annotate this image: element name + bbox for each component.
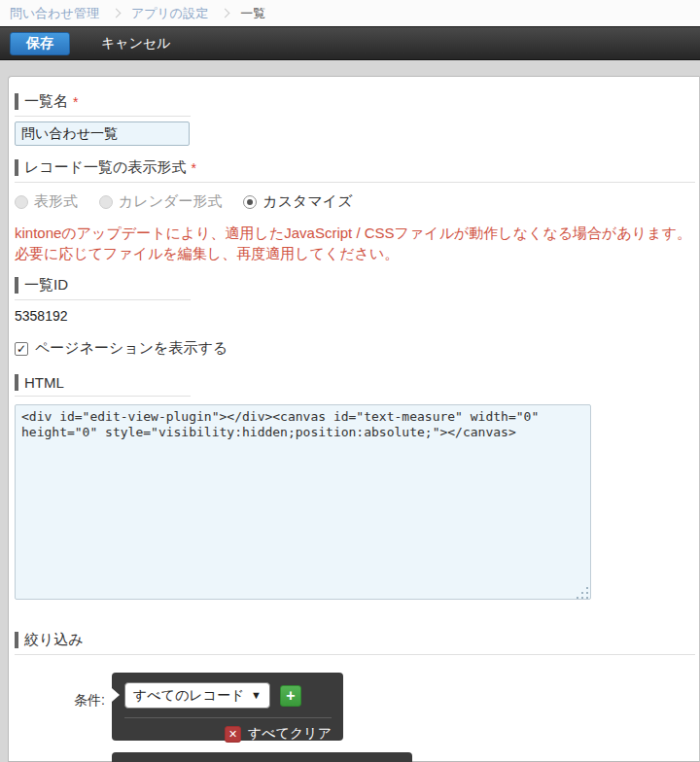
resize-grip-icon[interactable]	[587, 598, 588, 599]
required-asterisk: *	[191, 160, 195, 176]
radio-icon	[99, 195, 113, 209]
label-bar	[15, 374, 18, 391]
label-bar	[15, 159, 18, 176]
cancel-button[interactable]: キャンセル	[93, 31, 179, 56]
radio-selected-icon[interactable]	[243, 195, 257, 209]
chevron-right-icon	[221, 9, 230, 18]
radio-icon	[15, 195, 28, 209]
condition-row: 条件: すべてのレコード ▼ + ✕ すべてクリア	[15, 673, 699, 741]
breadcrumb-app-link[interactable]: 問い合わせ管理	[10, 5, 99, 22]
radio-table-format: 表形式	[15, 192, 78, 211]
save-button[interactable]: 保存	[10, 32, 70, 55]
breadcrumb-settings-link[interactable]: アプリの設定	[131, 5, 208, 22]
condition-label: 条件:	[15, 673, 105, 741]
label-bar	[15, 632, 18, 648]
condition-select[interactable]: すべてのレコード ▼	[124, 682, 270, 709]
settings-panel: 一覧名 * レコード一覧の表示形式 * 表形式 カレンダー形式 カスタマイズ k…	[8, 76, 700, 762]
html-textarea-wrap: <div id="edit-view-plugin"></div><canvas…	[15, 404, 591, 604]
filter-section-label: 絞り込み	[15, 631, 695, 655]
radio-calendar-format: カレンダー形式	[99, 192, 222, 211]
caret-down-icon: ▼	[251, 689, 262, 701]
add-condition-button[interactable]: +	[280, 685, 301, 707]
divider	[124, 717, 332, 718]
sort-label: ソート:	[15, 752, 105, 762]
clear-all-conditions[interactable]: すべてクリア	[248, 725, 332, 743]
chevron-right-icon	[111, 9, 121, 18]
label-bar	[15, 93, 18, 110]
list-name-input[interactable]	[15, 121, 190, 146]
breadcrumb-current: 一覧	[240, 5, 265, 22]
html-code-textarea[interactable]: <div id="edit-view-plugin"></div><canvas…	[15, 404, 591, 600]
list-name-label: 一覧名 *	[15, 92, 191, 117]
list-id-label: 一覧ID	[15, 276, 191, 300]
radio-customize-format[interactable]: カスタマイズ	[243, 192, 352, 211]
display-format-options: 表形式 カレンダー形式 カスタマイズ	[15, 192, 699, 211]
pagination-row: ✓ ページネーションを表示する	[15, 339, 699, 358]
pagination-label: ページネーションを表示する	[35, 339, 228, 358]
required-asterisk: *	[73, 94, 78, 110]
condition-box: すべてのレコード ▼ + ✕ すべてクリア	[112, 673, 343, 741]
list-id-value: 5358192	[15, 308, 699, 324]
label-bar	[15, 277, 18, 294]
sort-box: レコード番号 ▼ 降順 ▼ + ✕ すべてクリア	[112, 752, 412, 762]
sort-row: ソート: レコード番号 ▼ 降順 ▼ + ✕ すべてクリア	[15, 752, 699, 762]
breadcrumb: 問い合わせ管理 アプリの設定 一覧	[0, 0, 700, 26]
html-label: HTML	[15, 374, 191, 397]
pagination-checkbox[interactable]: ✓	[15, 342, 28, 356]
clear-all-icon[interactable]: ✕	[225, 726, 241, 743]
display-format-label: レコード一覧の表示形式 *	[15, 158, 695, 183]
update-warning-text: kintoneのアップデートにより、適用したJavaScript / CSSファ…	[15, 223, 700, 263]
action-toolbar: 保存 キャンセル	[0, 26, 700, 60]
